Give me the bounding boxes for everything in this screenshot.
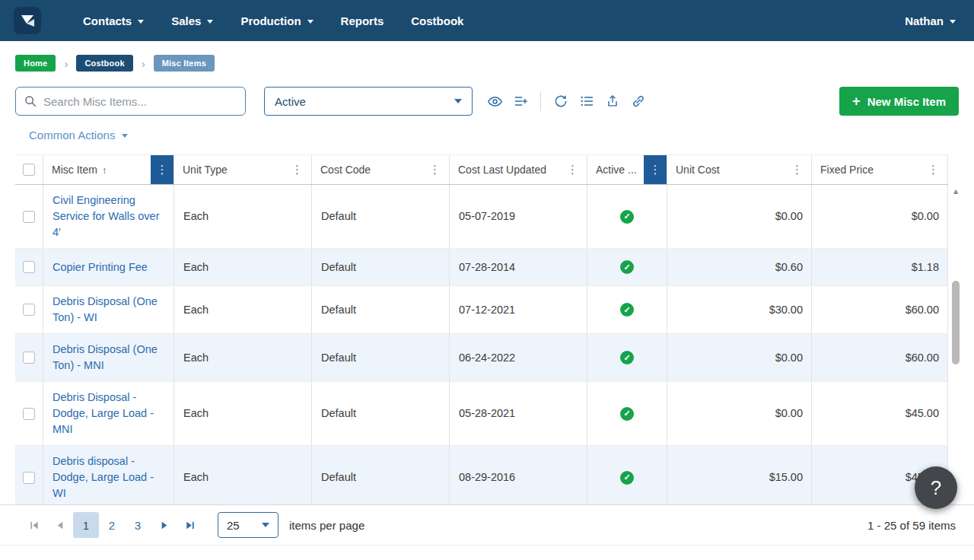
row-checkbox[interactable] [23, 211, 35, 223]
page-button-1[interactable]: 1 [73, 512, 99, 538]
column-header-cost-last-updated[interactable]: Cost Last Updated ⋮ [450, 155, 587, 184]
unit-cost-cell: $0.00 [667, 382, 812, 445]
table-header-row: Misc Item ↑ ⋮ Unit Type ⋮ Cost Code ⋮ Co… [15, 154, 948, 185]
cost-last-updated-cell: 06-24-2022 [450, 334, 587, 381]
misc-item-link[interactable]: Copier Printing Fee [53, 259, 148, 275]
pagination-controls: 1 2 3 25 items per page [21, 512, 364, 538]
prev-page-icon [55, 520, 66, 531]
column-label: Cost Code [320, 164, 371, 176]
page-size-select[interactable]: 25 [218, 512, 279, 538]
misc-item-link[interactable]: Debris Disposal (One Ton) - WI [53, 294, 164, 326]
column-header-unit-type[interactable]: Unit Type ⋮ [174, 155, 312, 184]
app-logo[interactable] [14, 7, 41, 34]
column-visibility-button[interactable] [482, 88, 508, 114]
cost-code-cell: Default [312, 185, 450, 248]
row-checkbox[interactable] [23, 408, 35, 420]
first-page-button[interactable] [21, 512, 47, 538]
sort-asc-icon: ↑ [102, 164, 107, 176]
unit-cost-cell: $0.00 [667, 334, 812, 381]
toolbar-icons [482, 88, 651, 114]
first-page-icon [29, 520, 40, 531]
unit-type-cell: Each [174, 334, 312, 381]
scrollbar-thumb[interactable] [952, 281, 960, 364]
list-view-button[interactable] [574, 88, 600, 114]
nav-item-contacts[interactable]: Contacts [73, 8, 154, 34]
breadcrumb-home[interactable]: Home [15, 55, 56, 72]
unit-type-cell: Each [174, 382, 312, 445]
column-menu-button[interactable]: ⋮ [565, 163, 581, 177]
column-header-cost-code[interactable]: Cost Code ⋮ [312, 155, 450, 184]
misc-item-link[interactable]: Debris Disposal (One Ton) - MNI [53, 342, 164, 374]
common-actions-dropdown[interactable]: Common Actions [29, 129, 128, 142]
table-body: Civil Engineering Service for Walls over… [15, 185, 948, 504]
table-row: Copier Printing Fee Each Default 07-28-2… [15, 249, 948, 286]
table-scrollbar[interactable]: ▲ [951, 188, 960, 503]
cost-code-cell: Default [312, 249, 450, 285]
breadcrumb-current: Misc Items [154, 55, 215, 72]
page-button-2[interactable]: 2 [99, 512, 125, 538]
column-menu-button[interactable]: ⋮ [289, 163, 305, 177]
row-checkbox[interactable] [23, 352, 35, 364]
cost-code-cell: Default [312, 334, 450, 381]
column-menu-button[interactable]: ⋮ [427, 163, 443, 177]
manage-columns-icon [513, 94, 528, 109]
next-page-button[interactable] [151, 512, 177, 538]
nav-item-costbook[interactable]: Costbook [401, 8, 473, 34]
user-name: Nathan [905, 14, 944, 27]
chevron-down-icon [122, 134, 128, 138]
misc-item-link[interactable]: Debris Disposal - Dodge, Large Load - MN… [53, 390, 164, 438]
table-row: Civil Engineering Service for Walls over… [15, 185, 948, 249]
last-page-icon [184, 520, 196, 531]
prev-page-button[interactable] [47, 512, 73, 538]
column-header-fixed-price[interactable]: Fixed Price ⋮ [812, 155, 948, 184]
row-checkbox[interactable] [23, 261, 35, 273]
pagination-range-label: 1 - 25 of 59 items [867, 519, 956, 532]
breadcrumb-separator: › [142, 57, 145, 70]
user-menu[interactable]: Nathan [905, 14, 956, 27]
column-menu-button[interactable]: ⋮ [789, 163, 805, 177]
refresh-icon [553, 94, 568, 109]
column-label: Active ... [596, 164, 637, 176]
new-misc-item-button[interactable]: + New Misc Item [839, 87, 959, 116]
column-header-misc-item[interactable]: Misc Item ↑ ⋮ [43, 155, 174, 184]
copy-link-button[interactable] [625, 88, 651, 114]
select-all-checkbox[interactable] [23, 164, 35, 176]
scroll-up-icon[interactable]: ▲ [951, 188, 960, 196]
export-icon [605, 94, 620, 109]
column-menu-button[interactable]: ⋮ [644, 155, 667, 184]
nav-menu: Contacts Sales Production Reports Costbo… [73, 8, 473, 34]
help-button[interactable]: ? [915, 466, 957, 509]
search-icon [24, 94, 37, 108]
table-row: Debris Disposal - Dodge, Large Load - MN… [15, 382, 948, 446]
nav-item-reports[interactable]: Reports [331, 8, 394, 34]
active-check-icon: ✓ [620, 471, 634, 485]
fixed-price-cell: $0.00 [812, 185, 948, 248]
fixed-price-cell: $60.00 [812, 286, 948, 333]
nav-item-sales[interactable]: Sales [161, 8, 223, 34]
column-menu-button[interactable]: ⋮ [151, 155, 173, 184]
page-button-3[interactable]: 3 [125, 512, 151, 538]
breadcrumb-costbook[interactable]: Costbook [76, 55, 132, 72]
export-button[interactable] [600, 88, 625, 114]
misc-item-link[interactable]: Debris disposal - Dodge, Large Load - WI [53, 453, 164, 501]
manage-columns-button[interactable] [508, 88, 533, 114]
refresh-button[interactable] [548, 88, 574, 114]
fixed-price-cell: $60.00 [812, 334, 948, 381]
chevron-down-icon [262, 523, 269, 527]
column-menu-button[interactable]: ⋮ [925, 163, 941, 177]
table-row: Debris Disposal (One Ton) - MNI Each Def… [15, 334, 948, 382]
misc-item-link[interactable]: Civil Engineering Service for Walls over… [53, 192, 164, 240]
row-checkbox[interactable] [23, 472, 35, 484]
status-filter-select[interactable]: Active [264, 87, 473, 116]
nav-item-production[interactable]: Production [231, 8, 323, 34]
column-header-active[interactable]: Active ... ⋮ [587, 155, 667, 184]
search-input[interactable] [43, 95, 237, 108]
last-page-button[interactable] [177, 512, 202, 538]
column-header-unit-cost[interactable]: Unit Cost ⋮ [667, 155, 812, 184]
pagination-bar: 1 2 3 25 items per page 1 - 25 of 59 ite… [0, 504, 974, 546]
page-size-value: 25 [227, 519, 240, 532]
toolbar: Active [15, 87, 959, 116]
cost-last-updated-cell: 07-12-2021 [450, 286, 587, 333]
row-checkbox[interactable] [23, 304, 35, 316]
status-filter-value: Active [275, 95, 306, 108]
